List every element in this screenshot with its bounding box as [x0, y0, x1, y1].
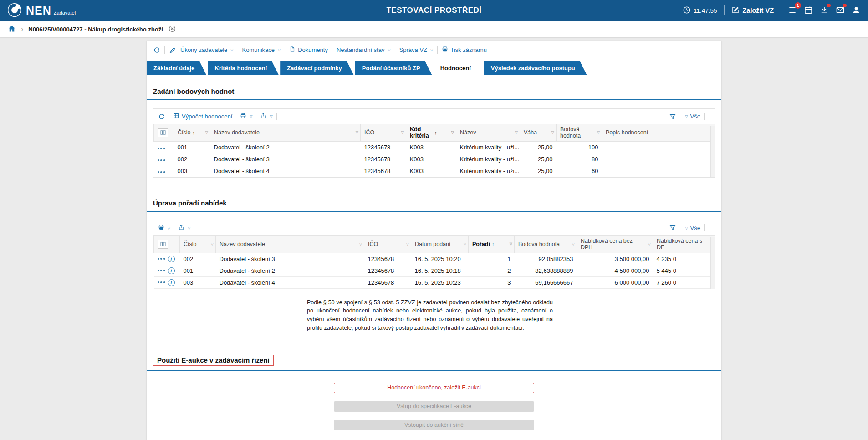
col-header-poradi[interactable]: Pořadí↑▽	[469, 235, 515, 253]
printer-icon	[442, 46, 448, 54]
menu-sprava-vz[interactable]: Správa VZ▽	[399, 46, 434, 53]
column-filter-icon[interactable]: ▽	[211, 242, 214, 246]
print-grid-button[interactable]: ▽	[158, 224, 170, 232]
tab-hodnoceni[interactable]: Hodnocení	[434, 61, 483, 75]
col-header-nabidkova-cena-bez-dph[interactable]: Nabídková cena bez DPH▽	[577, 235, 653, 253]
table-scrollbar[interactable]	[710, 237, 715, 289]
column-filter-icon[interactable]: ▽	[205, 131, 208, 135]
downloads-button[interactable]	[820, 5, 829, 16]
menu-komunikace[interactable]: Komunikace▽	[242, 46, 281, 53]
enter-auction-room-button: Vstoupit do aukční síně	[334, 420, 534, 430]
nen-logo-icon	[7, 3, 22, 19]
column-filter-icon[interactable]: ▽	[356, 131, 358, 135]
menu-badge: 1	[795, 2, 801, 9]
messages-notification-dot	[843, 4, 847, 7]
breadcrumb-record-link[interactable]: N006/25/V00004727 - Nákup drogistického …	[28, 26, 163, 33]
row-menu-icon[interactable]	[158, 281, 165, 283]
export-icon	[260, 113, 266, 120]
row-menu-icon[interactable]	[158, 270, 165, 271]
export-grid-button[interactable]: ▽	[260, 113, 272, 120]
messages-button[interactable]	[836, 5, 845, 16]
order-grid-toolbar: ▽ ▽ ▽ Vše	[153, 220, 715, 235]
column-filter-icon[interactable]: ▽	[510, 242, 512, 246]
column-chooser-button[interactable]	[158, 128, 168, 137]
info-icon[interactable]: i	[168, 267, 175, 274]
section-eauction-title: Použití E-aukce v zadávacím řízení	[153, 355, 274, 366]
create-vz-button[interactable]: Založit VZ	[731, 6, 774, 15]
tab-podani-ucastniku[interactable]: Podání účastníků ZP	[355, 61, 432, 75]
toolbar-divider	[285, 46, 285, 54]
col-header-ico[interactable]: IČO▽	[364, 235, 411, 253]
menu-nestandardni-stav[interactable]: Nestandardní stav▽	[337, 46, 391, 53]
col-header-bodova-hodnota[interactable]: Bodová hodnota▽	[515, 235, 577, 253]
table-row[interactable]: i 002 Dodavatel - školení 3 12345678 16.…	[154, 253, 715, 265]
refresh-button[interactable]	[153, 46, 160, 54]
row-menu-icon[interactable]	[158, 171, 165, 173]
show-all-filter[interactable]: ▽ Vše	[684, 225, 700, 231]
print-grid-button[interactable]: ▽	[240, 113, 252, 120]
table-row[interactable]: 002 Dodavatel - školení 3 12345678 K003 …	[154, 153, 715, 165]
row-menu-icon[interactable]	[158, 159, 165, 161]
close-record-icon[interactable]	[168, 25, 176, 34]
col-header-cislo[interactable]: Číslo▽	[180, 235, 216, 253]
col-header-cislo[interactable]: Číslo↑▽	[174, 124, 210, 142]
col-header-ico[interactable]: IČO▽	[361, 124, 406, 142]
tab-kriteria-hodnoceni[interactable]: Kritéria hodnocení	[208, 61, 279, 75]
nen-logo[interactable]: NEN Zadavatel	[7, 3, 76, 19]
toolbar-divider	[704, 224, 705, 231]
show-all-filter[interactable]: ▽ Vše	[684, 113, 700, 120]
column-filter-icon[interactable]: ▽	[551, 131, 554, 135]
col-header-vaha[interactable]: Váha▽	[520, 124, 557, 142]
col-header-nazev-dodavatele[interactable]: Název dodavatele▽	[216, 235, 364, 253]
row-menu-icon[interactable]	[158, 258, 165, 260]
column-filter-icon[interactable]: ▽	[572, 242, 575, 246]
col-header-nazev[interactable]: Název▽	[456, 124, 520, 142]
column-filter-icon[interactable]: ▽	[464, 242, 466, 246]
col-header-nabidkova-cena-s-dph[interactable]: Nabídková cena s DF	[653, 235, 715, 253]
vypocet-hodnoceni-button[interactable]: Výpočet hodnocení	[173, 113, 232, 120]
menu-dokumenty[interactable]: Dokumenty	[289, 46, 328, 54]
main-menu-button[interactable]: 1	[788, 5, 797, 16]
column-filter-icon[interactable]: ▽	[648, 242, 651, 246]
menu-ukony-zadavatele[interactable]: Úkony zadavatele▽	[180, 46, 234, 53]
column-filter-icon[interactable]: ▽	[515, 131, 518, 135]
calendar-button[interactable]	[804, 5, 813, 16]
top-header: NEN Zadavatel TESTOVACÍ PROSTŘEDÍ 11:47:…	[0, 0, 868, 21]
column-chooser-button[interactable]	[158, 240, 168, 249]
home-icon[interactable]	[8, 25, 16, 34]
table-row[interactable]: i 003 Dodavatel - školení 4 12345678 16.…	[154, 276, 715, 288]
tab-zadavaci-podminky[interactable]: Zadávací podmínky	[280, 61, 354, 75]
column-filter-icon[interactable]: ▽	[401, 131, 404, 135]
export-grid-button[interactable]: ▽	[178, 224, 190, 232]
filter-button[interactable]	[669, 113, 676, 120]
col-header-nazev-dodavatele[interactable]: Název dodavatele▽	[210, 124, 361, 142]
row-menu-icon[interactable]	[158, 148, 165, 149]
section-scores-header: Zadání bodových hodnot	[147, 84, 721, 100]
filter-button[interactable]	[669, 224, 676, 231]
col-header-kod-kriteria[interactable]: Kód kritéria↑▽	[406, 124, 456, 142]
user-profile-button[interactable]	[852, 5, 861, 16]
table-row[interactable]: 001 Dodavatel - školení 2 12345678 K003 …	[154, 141, 715, 153]
info-icon[interactable]: i	[168, 256, 175, 262]
session-time: 11:47:55	[683, 6, 717, 15]
environment-title: TESTOVACÍ PROSTŘEDÍ	[386, 6, 481, 15]
info-icon[interactable]: i	[168, 279, 175, 286]
menu-tisk-zaznamu[interactable]: Tisk záznamu	[442, 46, 487, 54]
record-detail-card: Úkony zadavatele▽ Komunikace▽ Dokumenty …	[147, 41, 721, 440]
tab-vysledek[interactable]: Výsledek zadávacího postupu	[484, 61, 587, 75]
column-filter-icon[interactable]: ▽	[359, 242, 362, 246]
column-filter-icon[interactable]: ▽	[451, 131, 454, 135]
refresh-button[interactable]	[158, 113, 165, 120]
col-header-popis-hodnoceni[interactable]: Popis hodnocení	[602, 124, 715, 142]
table-row[interactable]: i 001 Dodavatel - školení 2 12345678 16.…	[154, 265, 715, 276]
start-eauction-button[interactable]: Hodnocení ukončeno, založit E-aukci	[334, 383, 534, 393]
col-header-bodova-hodnota[interactable]: Bodová hodnota▽	[557, 124, 602, 142]
table-row[interactable]: 003 Dodavatel - školení 4 12345678 K003 …	[154, 165, 715, 177]
column-filter-icon[interactable]: ▽	[597, 131, 600, 135]
toolbar-divider	[164, 46, 165, 54]
edit-record-button[interactable]	[169, 46, 176, 54]
table-scrollbar[interactable]	[710, 126, 715, 177]
col-header-datum-podani[interactable]: Datum podání▽	[411, 235, 469, 253]
column-filter-icon[interactable]: ▽	[406, 242, 409, 246]
tab-zakladni-udaje[interactable]: Základní údaje	[147, 61, 206, 75]
